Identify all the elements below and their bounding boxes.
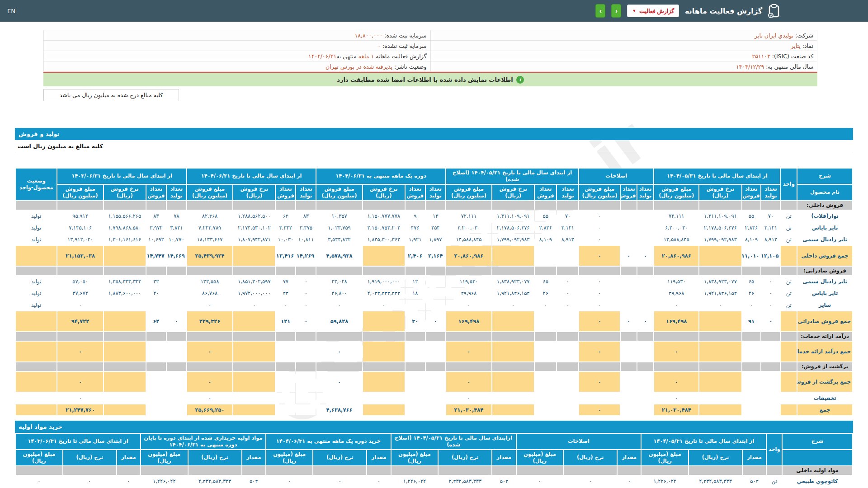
value-cell: ۵۵ xyxy=(742,211,761,221)
row-unit xyxy=(781,311,797,331)
value-cell: ۰ xyxy=(579,311,620,331)
value-cell xyxy=(535,372,556,392)
value-cell: ۲,۸۴۶ xyxy=(535,222,556,233)
value-cell: ۰ xyxy=(579,372,620,392)
col-subheader: تعداد فروش xyxy=(742,185,761,200)
value-cell: ۰ xyxy=(637,311,653,331)
value-cell: ۷۷ xyxy=(276,276,295,287)
value-cell xyxy=(557,342,578,361)
value-cell: ۱۲,۱۰۵ xyxy=(761,246,780,266)
value-cell xyxy=(492,404,534,415)
value-cell xyxy=(621,404,637,415)
value-cell: ۰ xyxy=(579,276,620,287)
value-cell xyxy=(621,300,637,310)
value-cell: ۲۲۹,۳۲۶ xyxy=(187,311,232,331)
value-cell: ۸,۹۱۴ xyxy=(557,234,578,245)
value-cell: ۴,۵۷۸,۹۳۸ xyxy=(316,246,362,266)
value-cell: ۵۰۴ xyxy=(492,476,515,487)
value-cell: ۱۸,۱۳۳,۶۶۷ xyxy=(187,234,232,245)
value-cell: ۴۴ xyxy=(276,288,295,299)
value-cell: ۰ xyxy=(654,372,698,392)
value-cell: ۶۵ xyxy=(535,276,556,287)
value-cell xyxy=(426,393,445,404)
table-row: نوار(فلاپ)تن۷۰۵۵۱,۳۱۱,۱۰۹,۰۹۱۷۲,۱۱۱۰۷۰۵۵… xyxy=(16,211,852,221)
value-cell: ۷۸ xyxy=(167,211,186,221)
table-row: سایرتن۰۰۰۰۰۰۰۰۰۰۰۰۰۰۰۰تولید xyxy=(16,300,852,310)
value-cell xyxy=(637,404,653,415)
value-cell: ۰ xyxy=(316,372,362,392)
value-cell xyxy=(146,300,166,310)
col-subheader: تعداد فروش xyxy=(276,185,295,200)
value-cell: ۱۴,۲۶۹ xyxy=(296,246,316,266)
value-cell xyxy=(621,234,637,245)
value-cell: ۱۳,۹۱۲,۰۲۰ xyxy=(57,234,103,245)
value-cell xyxy=(146,404,166,415)
value-cell: ۱۱۹,۵۳۰ xyxy=(654,276,698,287)
prev-report-button[interactable]: ‹ xyxy=(595,4,605,18)
col-subheader: تعداد تولید xyxy=(296,185,316,200)
row-unit xyxy=(781,372,797,392)
table-row: تایر رادیال سیمیتن۸,۹۱۴۸,۱۰۹۱,۷۹۹,۰۹۲,۹۸… xyxy=(16,234,852,245)
value-cell xyxy=(276,404,295,415)
next-report-button[interactable]: › xyxy=(611,4,621,18)
amounts-note-box: کلیه مبالغ درج شده به میلیون ریال می باش… xyxy=(43,89,179,101)
value-cell: ۱۳,۴۱۶ xyxy=(276,246,295,266)
value-cell xyxy=(167,342,186,361)
value-cell: ۲,۴۳۲,۵۸۳,۳۳۳ xyxy=(689,476,742,487)
value-cell xyxy=(535,393,556,404)
value-cell xyxy=(761,342,780,361)
value-cell: ۱,۸۵۱,۴۰۲,۵۹۷ xyxy=(233,276,275,287)
col-subheader: نرخ فروش (ریال) xyxy=(104,185,146,200)
value-cell: ۰ xyxy=(296,300,316,310)
value-cell xyxy=(406,342,425,361)
value-cell: ۰ xyxy=(117,476,140,487)
report-type-dropdown[interactable]: گزارش فعالیت ▼ xyxy=(627,5,679,17)
value-cell xyxy=(557,246,578,266)
row-unit: تن xyxy=(781,222,797,233)
value-cell xyxy=(535,311,556,331)
value-cell: ۱,۹۱۹,۰۰۰,۰۰۰ xyxy=(363,276,405,287)
value-cell: ۱,۲۸۸,۵۶۲,۵۰۰ xyxy=(233,211,275,221)
row-unit xyxy=(781,393,797,404)
value-cell xyxy=(742,342,761,361)
value-cell: ۰ xyxy=(761,276,780,287)
value-cell xyxy=(535,404,556,415)
info-icon: i xyxy=(516,76,524,84)
value-cell: ۲۵,۴۳۹,۹۲۴ xyxy=(187,246,232,266)
language-link[interactable]: EN xyxy=(7,8,15,14)
value-cell: ۱۴,۶۶۹ xyxy=(167,246,186,266)
row-label: تایر رادیال سیمی xyxy=(797,234,852,245)
value-cell xyxy=(579,393,620,404)
col-subheader: مقدار xyxy=(117,450,140,465)
value-cell: ۳,۵۴۴,۸۲۲ xyxy=(316,234,362,245)
value-cell: ۵۷,۰۵۰ xyxy=(57,276,103,287)
value-cell xyxy=(426,300,445,310)
production-sales-table: شرحواحداز ابتدای سال مالی تا تاریخ ۱۴۰۴/… xyxy=(15,168,853,416)
col-subheader: مبلغ فروش (میلیون ریال) xyxy=(654,185,698,200)
col-group-header: دوره یک ماهه منتهی به ۱۴۰۴/۰۶/۳۱ xyxy=(316,169,445,184)
col-header-desc: شرح xyxy=(783,434,852,449)
purchases-section-bar: خرید مواد اولیه xyxy=(15,421,853,433)
value-cell: ۲۰ xyxy=(146,288,166,299)
value-cell: ۱,۰۲۳,۷۵۹ xyxy=(316,222,362,233)
value-cell xyxy=(557,404,578,415)
col-subheader: تعداد فروش xyxy=(535,185,556,200)
value-cell: ۰ xyxy=(16,476,62,487)
signature-notice: i اطلاعات نمایش داده شده با اطلاعات امضا… xyxy=(43,73,817,86)
value-cell xyxy=(363,372,405,392)
value-cell: ۱۶۹,۴۹۸ xyxy=(446,311,491,331)
value-cell: ۱,۷۹۸,۸۶۸,۵۸۰ xyxy=(104,222,146,233)
section-row: مواد اولیه داخلی xyxy=(16,466,852,475)
value-cell xyxy=(426,342,445,361)
value-cell: ۸۳ xyxy=(146,211,166,221)
value-cell: ۰ xyxy=(296,276,316,287)
row-label: جمع درآمد ارائه خدمات xyxy=(797,342,852,361)
table-row: تایر بایاستن۳,۱۲۱۲,۸۴۶۲,۱۷۸,۵۰۶,۶۷۶۶,۲۰۰… xyxy=(16,222,852,233)
production-section-title: تولید و فروش xyxy=(19,131,59,137)
value-cell: ۱,۸۹۷ xyxy=(426,234,445,245)
col-subheader: تعداد تولید xyxy=(637,185,653,200)
col-subheader: تعداد تولید xyxy=(426,185,445,200)
value-cell: ۰ xyxy=(296,288,316,299)
value-cell: ۷۰ xyxy=(557,211,578,221)
col-subheader: مقدار xyxy=(492,450,515,465)
